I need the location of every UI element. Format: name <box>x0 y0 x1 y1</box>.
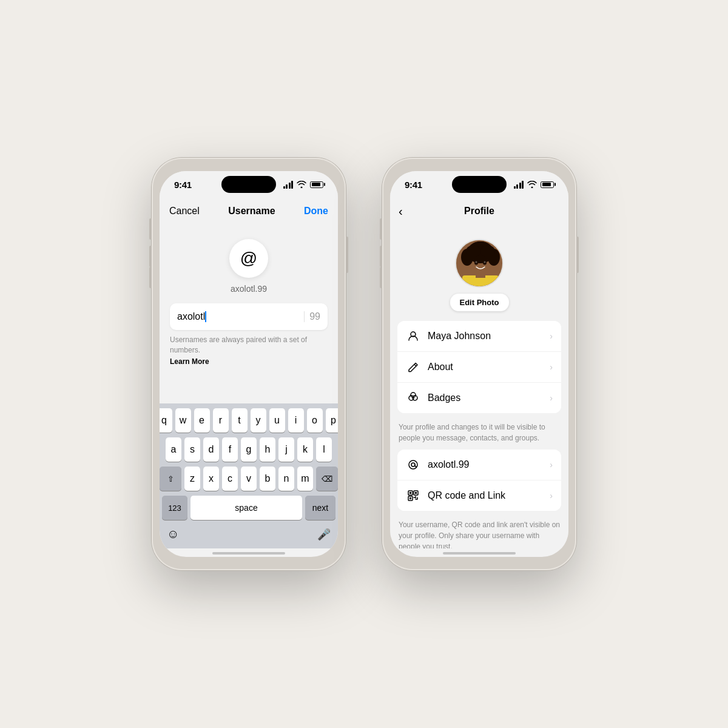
key-h[interactable]: h <box>260 437 275 462</box>
emoji-key[interactable]: ☺ <box>167 527 179 541</box>
key-m[interactable]: m <box>297 467 313 491</box>
qr-icon <box>406 488 420 503</box>
profile-nav-title: Profile <box>464 206 494 217</box>
key-c[interactable]: c <box>222 467 238 491</box>
status-time-2: 9:41 <box>405 180 422 190</box>
cancel-button[interactable]: Cancel <box>169 206 200 217</box>
key-e[interactable]: e <box>194 408 210 433</box>
username-list-item[interactable]: axolotl.99 › <box>397 450 561 480</box>
svg-point-9 <box>480 245 495 257</box>
username-content: @ axolotl.99 axolotl 99 Usernames are al… <box>160 224 338 403</box>
key-n[interactable]: n <box>278 467 294 491</box>
name-list-item[interactable]: Maya Johnson › <box>397 321 561 352</box>
numbers-key[interactable]: 123 <box>162 496 187 520</box>
svg-point-8 <box>466 245 480 257</box>
next-key[interactable]: next <box>305 496 335 520</box>
username-display: axolotl.99 <box>231 284 267 294</box>
key-s[interactable]: s <box>184 437 200 462</box>
text-cursor <box>205 311 206 322</box>
svg-rect-25 <box>410 497 411 499</box>
back-button[interactable]: ‹ <box>399 204 403 218</box>
key-q[interactable]: q <box>160 408 172 433</box>
badges-label: Badges <box>428 393 550 403</box>
chevron-about: › <box>550 362 553 372</box>
key-u[interactable]: u <box>269 408 285 433</box>
dynamic-island-2 <box>452 176 507 193</box>
done-button[interactable]: Done <box>304 206 328 217</box>
badges-icon <box>406 391 420 405</box>
username-input-row[interactable]: axolotl 99 <box>170 303 328 330</box>
signal-icon <box>283 181 294 189</box>
screen-username: 9:41 <box>160 171 338 557</box>
wifi-icon <box>297 181 306 188</box>
space-key[interactable]: space <box>190 496 302 520</box>
about-label: About <box>428 362 550 372</box>
key-o[interactable]: o <box>307 408 323 433</box>
status-time-1: 9:41 <box>174 180 192 190</box>
key-x[interactable]: x <box>203 467 219 491</box>
key-y[interactable]: y <box>251 408 266 433</box>
key-k[interactable]: k <box>297 437 313 462</box>
at-icon-circle: @ <box>229 239 268 278</box>
keyboard-row-2: a s d f g h j k l <box>162 437 335 462</box>
wifi-icon-2 <box>527 181 537 188</box>
svg-point-13 <box>484 261 486 263</box>
delete-key[interactable]: ⌫ <box>316 467 338 491</box>
status-icons-2 <box>514 181 554 189</box>
key-r[interactable]: r <box>213 408 229 433</box>
key-d[interactable]: d <box>203 437 219 462</box>
username-number-suffix: 99 <box>304 311 320 322</box>
keyboard-bottom-row: ☺ 🎤 <box>162 525 335 546</box>
avatar <box>455 239 504 288</box>
name-label: Maya Johnson <box>428 331 550 342</box>
key-j[interactable]: j <box>278 437 294 462</box>
learn-more-link[interactable]: Learn More <box>170 357 328 367</box>
shift-key[interactable]: ⇧ <box>160 467 181 491</box>
username-section-footer: Your username, QR code and link aren't v… <box>390 516 568 548</box>
at-symbol-icon: @ <box>240 249 257 268</box>
svg-point-12 <box>476 261 477 263</box>
key-w[interactable]: w <box>175 408 191 433</box>
profile-info-list: Maya Johnson › About › <box>397 321 561 413</box>
chevron-name: › <box>550 331 553 341</box>
home-indicator-1 <box>212 552 285 554</box>
phone-profile: 9:41 <box>382 158 576 570</box>
username-hint-section: Usernames are always paired with a set o… <box>170 335 328 366</box>
signal-icon-2 <box>514 181 524 189</box>
person-icon <box>406 329 420 343</box>
at-icon <box>406 457 420 472</box>
key-l[interactable]: l <box>316 437 332 462</box>
key-f[interactable]: f <box>222 437 238 462</box>
username-navbar: Cancel Username Done <box>160 198 338 224</box>
battery-icon-2 <box>541 181 554 188</box>
key-g[interactable]: g <box>241 437 257 462</box>
dynamic-island <box>221 176 276 193</box>
screen-profile: 9:41 <box>390 171 568 557</box>
keyboard-row-4: 123 space next <box>162 496 335 520</box>
key-b[interactable]: b <box>260 467 275 491</box>
keyboard[interactable]: q w e r t y u i o p a s d f g h j k <box>160 403 338 548</box>
username-label: axolotl.99 <box>428 459 550 470</box>
profile-photo-section: Edit Photo <box>390 224 568 321</box>
badges-list-item[interactable]: Badges › <box>397 383 561 413</box>
svg-point-18 <box>409 460 417 469</box>
key-z[interactable]: z <box>184 467 200 491</box>
key-t[interactable]: t <box>232 408 248 433</box>
edit-photo-button[interactable]: Edit Photo <box>450 294 509 311</box>
chevron-username: › <box>550 460 553 470</box>
key-p[interactable]: p <box>326 408 339 433</box>
home-indicator-2 <box>443 552 516 554</box>
keyboard-row-3: ⇧ z x c v b n m ⌫ <box>162 467 335 491</box>
keyboard-row-1: q w e r t y u i o p <box>162 408 335 433</box>
qr-list-item[interactable]: QR code and Link › <box>397 480 561 511</box>
profile-content: Edit Photo Maya Johnson › <box>390 224 568 548</box>
username-input[interactable]: axolotl <box>177 311 299 323</box>
key-i[interactable]: i <box>288 408 304 433</box>
chevron-badges: › <box>550 393 553 403</box>
key-v[interactable]: v <box>241 467 257 491</box>
mic-key[interactable]: 🎤 <box>317 528 331 541</box>
profile-navbar: ‹ Profile <box>390 198 568 224</box>
about-list-item[interactable]: About › <box>397 352 561 383</box>
svg-rect-24 <box>415 492 417 494</box>
key-a[interactable]: a <box>166 437 181 462</box>
